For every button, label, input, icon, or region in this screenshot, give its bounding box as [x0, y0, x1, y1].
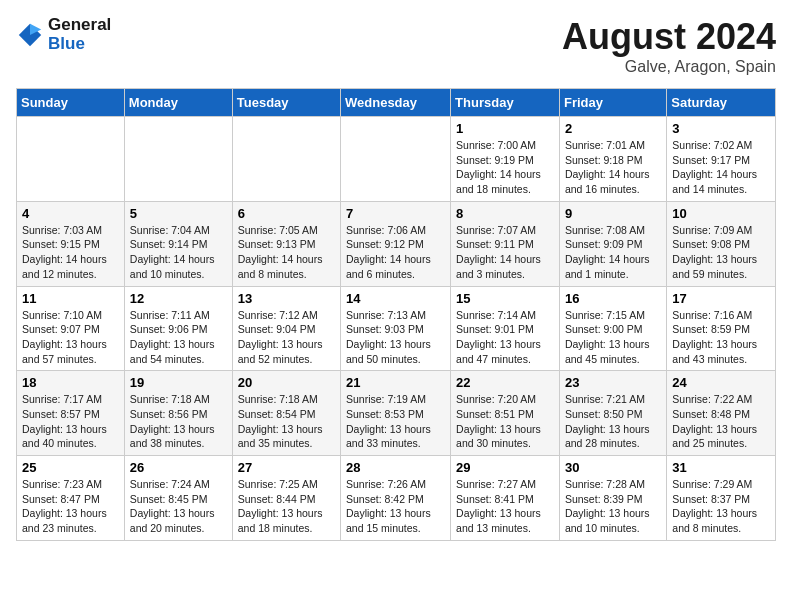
day-number: 19 [130, 375, 227, 390]
calendar-week-row: 4Sunrise: 7:03 AM Sunset: 9:15 PM Daylig… [17, 201, 776, 286]
calendar-cell [17, 117, 125, 202]
day-info: Sunrise: 7:27 AM Sunset: 8:41 PM Dayligh… [456, 477, 554, 536]
day-number: 3 [672, 121, 770, 136]
day-number: 11 [22, 291, 119, 306]
day-info: Sunrise: 7:25 AM Sunset: 8:44 PM Dayligh… [238, 477, 335, 536]
calendar-cell: 7Sunrise: 7:06 AM Sunset: 9:12 PM Daylig… [341, 201, 451, 286]
logo-text-general: General [48, 16, 111, 35]
calendar-week-row: 25Sunrise: 7:23 AM Sunset: 8:47 PM Dayli… [17, 456, 776, 541]
day-number: 13 [238, 291, 335, 306]
calendar-cell: 17Sunrise: 7:16 AM Sunset: 8:59 PM Dayli… [667, 286, 776, 371]
calendar-cell: 6Sunrise: 7:05 AM Sunset: 9:13 PM Daylig… [232, 201, 340, 286]
calendar-cell: 9Sunrise: 7:08 AM Sunset: 9:09 PM Daylig… [559, 201, 666, 286]
day-info: Sunrise: 7:07 AM Sunset: 9:11 PM Dayligh… [456, 223, 554, 282]
calendar-cell [341, 117, 451, 202]
day-number: 10 [672, 206, 770, 221]
day-number: 25 [22, 460, 119, 475]
day-number: 23 [565, 375, 661, 390]
weekday-header-tuesday: Tuesday [232, 89, 340, 117]
day-info: Sunrise: 7:12 AM Sunset: 9:04 PM Dayligh… [238, 308, 335, 367]
day-info: Sunrise: 7:15 AM Sunset: 9:00 PM Dayligh… [565, 308, 661, 367]
calendar-cell: 11Sunrise: 7:10 AM Sunset: 9:07 PM Dayli… [17, 286, 125, 371]
day-number: 16 [565, 291, 661, 306]
calendar-cell: 25Sunrise: 7:23 AM Sunset: 8:47 PM Dayli… [17, 456, 125, 541]
day-info: Sunrise: 7:28 AM Sunset: 8:39 PM Dayligh… [565, 477, 661, 536]
day-info: Sunrise: 7:02 AM Sunset: 9:17 PM Dayligh… [672, 138, 770, 197]
calendar-cell: 8Sunrise: 7:07 AM Sunset: 9:11 PM Daylig… [451, 201, 560, 286]
calendar-cell: 5Sunrise: 7:04 AM Sunset: 9:14 PM Daylig… [124, 201, 232, 286]
day-number: 18 [22, 375, 119, 390]
day-info: Sunrise: 7:29 AM Sunset: 8:37 PM Dayligh… [672, 477, 770, 536]
day-number: 24 [672, 375, 770, 390]
calendar-cell: 3Sunrise: 7:02 AM Sunset: 9:17 PM Daylig… [667, 117, 776, 202]
weekday-header-saturday: Saturday [667, 89, 776, 117]
weekday-header-sunday: Sunday [17, 89, 125, 117]
weekday-header-wednesday: Wednesday [341, 89, 451, 117]
day-number: 9 [565, 206, 661, 221]
calendar-week-row: 1Sunrise: 7:00 AM Sunset: 9:19 PM Daylig… [17, 117, 776, 202]
title-block: August 2024 Galve, Aragon, Spain [562, 16, 776, 76]
calendar-cell: 12Sunrise: 7:11 AM Sunset: 9:06 PM Dayli… [124, 286, 232, 371]
calendar-cell: 18Sunrise: 7:17 AM Sunset: 8:57 PM Dayli… [17, 371, 125, 456]
day-number: 5 [130, 206, 227, 221]
day-info: Sunrise: 7:05 AM Sunset: 9:13 PM Dayligh… [238, 223, 335, 282]
day-number: 29 [456, 460, 554, 475]
day-number: 30 [565, 460, 661, 475]
page-header: General Blue August 2024 Galve, Aragon, … [16, 16, 776, 76]
day-number: 15 [456, 291, 554, 306]
day-number: 31 [672, 460, 770, 475]
day-number: 4 [22, 206, 119, 221]
calendar-cell: 1Sunrise: 7:00 AM Sunset: 9:19 PM Daylig… [451, 117, 560, 202]
day-info: Sunrise: 7:08 AM Sunset: 9:09 PM Dayligh… [565, 223, 661, 282]
day-info: Sunrise: 7:23 AM Sunset: 8:47 PM Dayligh… [22, 477, 119, 536]
calendar-week-row: 11Sunrise: 7:10 AM Sunset: 9:07 PM Dayli… [17, 286, 776, 371]
day-info: Sunrise: 7:09 AM Sunset: 9:08 PM Dayligh… [672, 223, 770, 282]
day-info: Sunrise: 7:11 AM Sunset: 9:06 PM Dayligh… [130, 308, 227, 367]
weekday-header-thursday: Thursday [451, 89, 560, 117]
logo-text-blue: Blue [48, 35, 111, 54]
day-number: 21 [346, 375, 445, 390]
day-number: 1 [456, 121, 554, 136]
calendar-cell: 21Sunrise: 7:19 AM Sunset: 8:53 PM Dayli… [341, 371, 451, 456]
day-info: Sunrise: 7:16 AM Sunset: 8:59 PM Dayligh… [672, 308, 770, 367]
day-info: Sunrise: 7:14 AM Sunset: 9:01 PM Dayligh… [456, 308, 554, 367]
main-title: August 2024 [562, 16, 776, 58]
calendar-cell: 2Sunrise: 7:01 AM Sunset: 9:18 PM Daylig… [559, 117, 666, 202]
day-info: Sunrise: 7:03 AM Sunset: 9:15 PM Dayligh… [22, 223, 119, 282]
weekday-header-row: SundayMondayTuesdayWednesdayThursdayFrid… [17, 89, 776, 117]
weekday-header-friday: Friday [559, 89, 666, 117]
calendar-cell: 13Sunrise: 7:12 AM Sunset: 9:04 PM Dayli… [232, 286, 340, 371]
calendar-cell: 26Sunrise: 7:24 AM Sunset: 8:45 PM Dayli… [124, 456, 232, 541]
calendar-cell: 30Sunrise: 7:28 AM Sunset: 8:39 PM Dayli… [559, 456, 666, 541]
day-number: 8 [456, 206, 554, 221]
day-info: Sunrise: 7:24 AM Sunset: 8:45 PM Dayligh… [130, 477, 227, 536]
calendar-cell: 10Sunrise: 7:09 AM Sunset: 9:08 PM Dayli… [667, 201, 776, 286]
calendar-cell: 28Sunrise: 7:26 AM Sunset: 8:42 PM Dayli… [341, 456, 451, 541]
day-number: 7 [346, 206, 445, 221]
day-info: Sunrise: 7:18 AM Sunset: 8:54 PM Dayligh… [238, 392, 335, 451]
day-number: 20 [238, 375, 335, 390]
day-info: Sunrise: 7:19 AM Sunset: 8:53 PM Dayligh… [346, 392, 445, 451]
day-info: Sunrise: 7:01 AM Sunset: 9:18 PM Dayligh… [565, 138, 661, 197]
calendar-cell: 14Sunrise: 7:13 AM Sunset: 9:03 PM Dayli… [341, 286, 451, 371]
weekday-header-monday: Monday [124, 89, 232, 117]
day-number: 14 [346, 291, 445, 306]
day-number: 27 [238, 460, 335, 475]
calendar-cell: 31Sunrise: 7:29 AM Sunset: 8:37 PM Dayli… [667, 456, 776, 541]
calendar-cell: 22Sunrise: 7:20 AM Sunset: 8:51 PM Dayli… [451, 371, 560, 456]
calendar-cell: 4Sunrise: 7:03 AM Sunset: 9:15 PM Daylig… [17, 201, 125, 286]
day-info: Sunrise: 7:10 AM Sunset: 9:07 PM Dayligh… [22, 308, 119, 367]
day-info: Sunrise: 7:06 AM Sunset: 9:12 PM Dayligh… [346, 223, 445, 282]
calendar-cell: 24Sunrise: 7:22 AM Sunset: 8:48 PM Dayli… [667, 371, 776, 456]
day-number: 22 [456, 375, 554, 390]
day-number: 17 [672, 291, 770, 306]
day-info: Sunrise: 7:26 AM Sunset: 8:42 PM Dayligh… [346, 477, 445, 536]
calendar-cell: 16Sunrise: 7:15 AM Sunset: 9:00 PM Dayli… [559, 286, 666, 371]
day-number: 2 [565, 121, 661, 136]
day-number: 6 [238, 206, 335, 221]
day-number: 12 [130, 291, 227, 306]
calendar-table: SundayMondayTuesdayWednesdayThursdayFrid… [16, 88, 776, 541]
calendar-cell: 15Sunrise: 7:14 AM Sunset: 9:01 PM Dayli… [451, 286, 560, 371]
calendar-cell: 27Sunrise: 7:25 AM Sunset: 8:44 PM Dayli… [232, 456, 340, 541]
logo: General Blue [16, 16, 111, 53]
